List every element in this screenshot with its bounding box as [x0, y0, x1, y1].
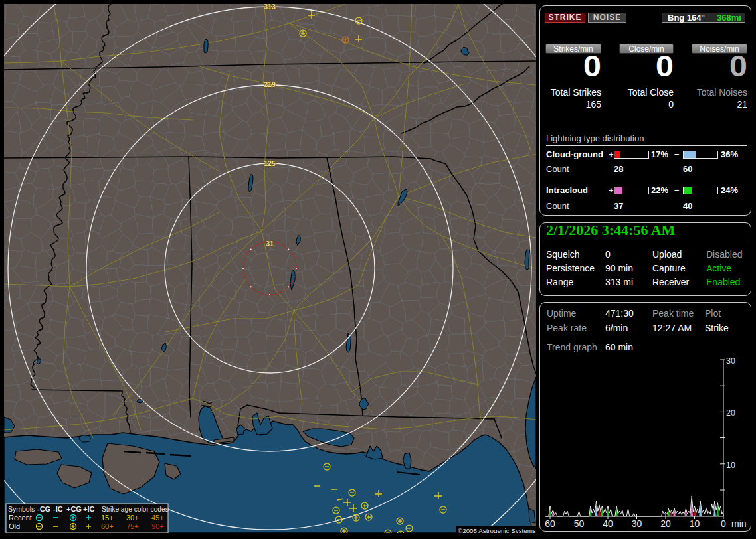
- svg-text:30+: 30+: [126, 514, 139, 522]
- svg-text:125: 125: [264, 159, 276, 167]
- svg-text:60: 60: [545, 518, 555, 529]
- svg-text:+CG: +CG: [66, 505, 82, 513]
- svg-text:-CG: -CG: [37, 505, 50, 513]
- svg-text:10: 10: [726, 461, 735, 470]
- svg-text:30: 30: [726, 356, 735, 366]
- svg-text:40: 40: [603, 518, 613, 529]
- svg-text:©2005 Astrogenic Systems: ©2005 Astrogenic Systems: [458, 527, 536, 533]
- svg-text:50: 50: [574, 518, 585, 529]
- svg-text:10: 10: [690, 518, 700, 529]
- svg-text:15+: 15+: [101, 514, 114, 522]
- svg-text:Recent: Recent: [9, 514, 32, 522]
- svg-text:90+: 90+: [151, 522, 164, 530]
- svg-text:31: 31: [266, 240, 274, 248]
- svg-text:min: min: [731, 518, 747, 529]
- svg-text:Old: Old: [9, 522, 20, 530]
- svg-text:313: 313: [264, 4, 276, 11]
- svg-text:75+: 75+: [126, 522, 139, 530]
- svg-text:219: 219: [264, 80, 276, 88]
- svg-text:Strike age color codes: Strike age color codes: [102, 506, 169, 513]
- svg-text:30: 30: [632, 518, 642, 529]
- svg-text:20: 20: [660, 518, 671, 529]
- svg-text:Symbols: Symbols: [8, 505, 35, 513]
- svg-text:+IC: +IC: [83, 505, 94, 513]
- svg-text:45+: 45+: [151, 514, 164, 522]
- svg-text:-IC: -IC: [53, 505, 63, 513]
- svg-text:0: 0: [721, 518, 726, 529]
- svg-text:60+: 60+: [101, 522, 114, 530]
- svg-text:20: 20: [726, 408, 735, 418]
